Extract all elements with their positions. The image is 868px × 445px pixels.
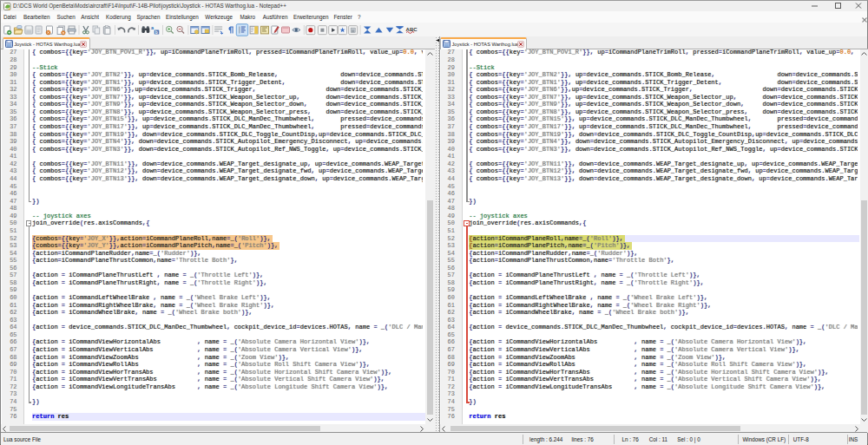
- svg-text:b: b: [155, 29, 158, 35]
- svg-text:ABC: ABC: [406, 27, 418, 32]
- svg-text:a: a: [151, 25, 155, 30]
